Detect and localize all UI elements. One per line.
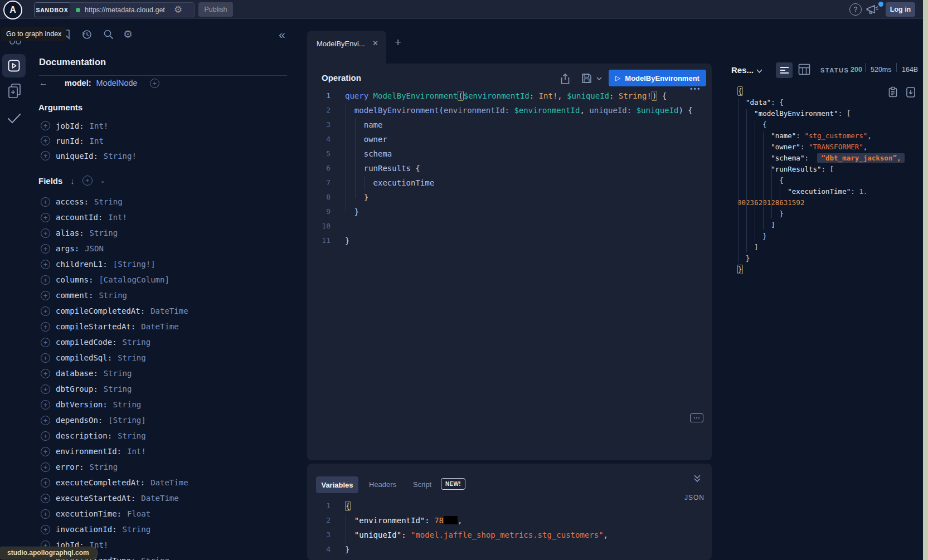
response-table-view-icon[interactable] — [798, 64, 810, 75]
schema-field-row[interactable]: +compileCompletedAt:DateTime — [41, 303, 188, 319]
field-type-link[interactable]: String — [123, 338, 151, 347]
schema-field-row[interactable]: +executeStartedAt:DateTime — [41, 490, 188, 506]
add-field-icon[interactable]: + — [41, 291, 50, 300]
field-type-link[interactable]: String — [123, 525, 151, 534]
checks-nav-item[interactable] — [7, 113, 22, 124]
connection-settings-gear-icon[interactable]: ⚙ — [174, 4, 182, 16]
schema-field-row[interactable]: +alias:String — [41, 225, 188, 241]
field-type-link[interactable]: String — [118, 431, 146, 440]
new-tab-button[interactable]: + — [395, 36, 401, 49]
add-field-icon[interactable]: + — [41, 260, 50, 269]
field-type-link[interactable]: String — [94, 197, 123, 206]
add-field-icon[interactable]: + — [41, 338, 50, 347]
share-operation-icon[interactable] — [560, 73, 570, 85]
add-field-icon[interactable]: + — [41, 447, 50, 456]
schema-nav-item[interactable] — [7, 83, 22, 99]
add-all-fields-icon[interactable]: + — [150, 79, 159, 88]
schema-field-row[interactable]: +executionTime:Float — [41, 506, 188, 522]
field-type-link[interactable]: String — [99, 291, 127, 300]
announcements-megaphone-icon[interactable] — [866, 4, 880, 15]
add-field-icon[interactable]: + — [41, 275, 50, 285]
schema-field-row[interactable]: +comment:String — [41, 288, 188, 303]
field-type-link[interactable]: [CatalogColumn] — [99, 275, 169, 284]
schema-field-row[interactable]: +jobId:Int! — [41, 118, 137, 133]
close-tab-icon[interactable]: ✕ — [372, 39, 378, 47]
schema-field-row[interactable]: +environmentId:Int! — [41, 444, 188, 459]
field-type-link[interactable]: DateTime — [141, 494, 178, 503]
field-type-link[interactable]: DateTime — [150, 306, 188, 315]
tab-headers[interactable]: Headers — [369, 480, 396, 489]
schema-field-row[interactable]: +uniqueId:String! — [41, 148, 137, 163]
schema-field-row[interactable]: +args:JSON — [41, 241, 188, 256]
add-field-icon[interactable]: + — [41, 509, 50, 519]
fields-options-chevron-icon[interactable]: ⌄ — [100, 177, 105, 184]
add-field-icon[interactable]: + — [41, 462, 50, 472]
schema-field-row[interactable]: +compileStartedAt:DateTime — [41, 319, 188, 334]
back-arrow-icon[interactable]: ← — [39, 78, 48, 88]
field-type-link[interactable]: String — [90, 228, 118, 237]
field-type-link[interactable]: [String!] — [113, 260, 156, 269]
help-icon[interactable]: ? — [849, 3, 862, 16]
add-field-icon[interactable]: + — [41, 400, 50, 410]
add-field-icon[interactable]: + — [41, 478, 50, 488]
schema-field-row[interactable]: +dbtVersion:String — [41, 397, 188, 412]
add-field-icon[interactable]: + — [41, 384, 50, 394]
schema-field-row[interactable]: +error:String — [41, 459, 188, 475]
run-operation-button[interactable]: ▷ ModelByEnvironment — [609, 70, 706, 86]
tab-script[interactable]: Script — [413, 480, 431, 489]
add-field-icon[interactable]: + — [41, 369, 50, 378]
schema-field-row[interactable]: +description:String — [41, 428, 188, 444]
search-icon[interactable] — [103, 29, 114, 40]
explorer-nav-item[interactable] — [2, 54, 26, 77]
field-type-link[interactable]: [String] — [108, 416, 145, 425]
field-type-link[interactable]: String — [113, 400, 142, 409]
apollo-logo-icon[interactable]: A — [3, 1, 22, 20]
save-operation-icon[interactable] — [581, 73, 592, 84]
add-field-icon[interactable]: + — [41, 306, 50, 316]
publish-button[interactable]: Publish — [198, 2, 233, 17]
schema-field-row[interactable]: +compiledSql:String — [41, 350, 188, 366]
add-field-icon[interactable]: + — [41, 121, 50, 130]
schema-field-row[interactable]: +runId:Int — [41, 133, 137, 148]
response-options-chevron-icon[interactable] — [756, 69, 763, 74]
schema-field-row[interactable]: +invocationId:String — [41, 522, 188, 537]
schema-field-row[interactable]: +access:String — [41, 194, 188, 210]
save-options-chevron-icon[interactable] — [596, 76, 603, 81]
history-icon[interactable] — [81, 29, 92, 40]
add-fields-icon[interactable]: + — [82, 176, 93, 186]
login-button[interactable]: Log in — [886, 2, 915, 17]
endpoint-url-input[interactable]: https://metadata.cloud.get ⚙ — [70, 2, 195, 17]
field-type-link[interactable]: Int! — [127, 447, 146, 456]
doc-field-type-link[interactable]: ModelNode — [96, 79, 138, 87]
schema-field-row[interactable]: +columns:[CatalogColumn] — [41, 272, 188, 288]
field-type-link[interactable]: JSON — [85, 244, 104, 253]
response-json-view-button[interactable] — [776, 62, 793, 78]
field-type-link[interactable]: String — [118, 353, 146, 362]
add-field-icon[interactable]: + — [41, 244, 50, 254]
field-type-link[interactable]: String! — [104, 152, 137, 160]
variables-editor[interactable]: { "environmentId": 78, "uniqueId": "mode… — [345, 499, 608, 557]
field-type-link[interactable]: String — [104, 384, 132, 393]
add-field-icon[interactable]: + — [41, 228, 50, 238]
field-type-link[interactable]: String — [90, 462, 118, 471]
keyboard-shortcuts-icon[interactable] — [690, 413, 703, 422]
schema-field-row[interactable]: +dependsOn:[String] — [41, 412, 188, 428]
schema-field-row[interactable]: +accountId:Int! — [41, 210, 188, 225]
field-type-link[interactable]: String — [141, 556, 169, 560]
sort-fields-icon[interactable]: ↓ — [70, 176, 75, 186]
download-response-icon[interactable] — [906, 86, 916, 98]
add-field-icon[interactable]: + — [41, 431, 50, 441]
field-type-link[interactable]: Int! — [90, 121, 109, 130]
schema-field-row[interactable]: +executeCompletedAt:DateTime — [41, 475, 188, 490]
add-field-icon[interactable]: + — [41, 151, 50, 160]
schema-field-row[interactable]: +childrenL1:[String!] — [41, 256, 188, 272]
field-type-link[interactable]: Float — [127, 509, 150, 518]
add-field-icon[interactable]: + — [41, 525, 50, 534]
add-field-icon[interactable]: + — [41, 416, 50, 425]
schema-field-row[interactable]: +database:String — [41, 366, 188, 381]
operation-editor[interactable]: query ModelByEnvironment($environmentId:… — [345, 89, 693, 248]
collapse-panel-icon[interactable]: « — [279, 28, 285, 41]
add-field-icon[interactable]: + — [41, 353, 50, 363]
add-field-icon[interactable]: + — [41, 494, 50, 503]
settings-gear-icon[interactable]: ⚙ — [123, 28, 133, 41]
